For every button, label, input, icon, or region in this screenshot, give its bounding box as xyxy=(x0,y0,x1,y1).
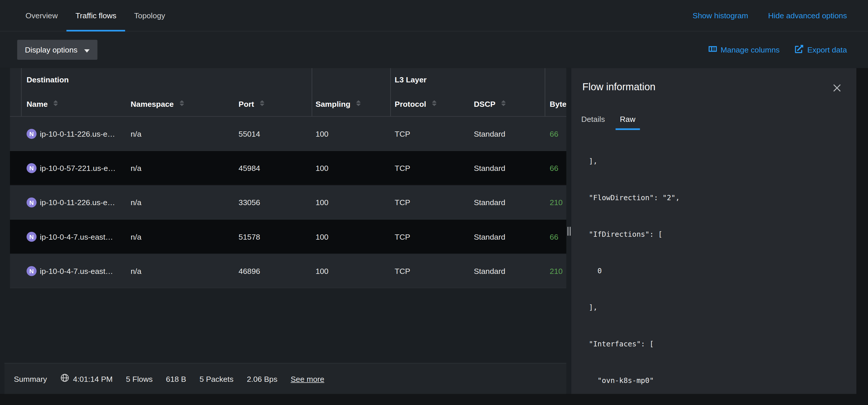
dscp-cell: Standard xyxy=(474,151,505,185)
column-header-sampling[interactable]: Sampling xyxy=(315,100,362,108)
tab-topology[interactable]: Topology xyxy=(125,0,174,31)
namespace-cell: n/a xyxy=(131,254,142,288)
column-header-port[interactable]: Port xyxy=(239,100,265,108)
sampling-cell: 100 xyxy=(315,254,329,288)
sort-icon xyxy=(259,100,265,108)
protocol-cell: TCP xyxy=(395,116,410,150)
raw-json-line: "Interfaces": [ xyxy=(580,338,853,350)
raw-json-line: "IfDirections": [ xyxy=(580,229,853,241)
column-header-protocol[interactable]: Protocol xyxy=(395,100,437,108)
bytes-cell: 66 xyxy=(550,220,559,253)
port-cell: 45984 xyxy=(239,151,260,185)
column-label: Sampling xyxy=(315,100,350,108)
filters-toolbar: Display options Manage columns Export da… xyxy=(0,32,868,68)
destination-name-cell: N ip-10-0-11-226.us-e… xyxy=(27,116,115,150)
sampling-cell: 100 xyxy=(315,220,329,253)
destination-name-cell: N ip-10-0-4-7.us-east… xyxy=(27,254,113,288)
page-tab-bar: Overview Traffic flows Topology Show his… xyxy=(0,0,868,32)
port-cell: 46896 xyxy=(239,254,260,288)
raw-json-view[interactable]: ], "FlowDirection": "2", "IfDirections":… xyxy=(580,131,853,394)
header-divider xyxy=(21,68,22,117)
tab-details[interactable]: Details xyxy=(577,111,609,130)
tab-overview[interactable]: Overview xyxy=(17,0,66,31)
bytes-cell: 66 xyxy=(550,116,559,150)
node-badge: N xyxy=(27,266,37,276)
table-row[interactable]: N ip-10-0-4-7.us-east… n/a 51578 100 TCP… xyxy=(10,220,566,254)
column-label: Name xyxy=(27,100,48,108)
export-data-button[interactable]: Export data xyxy=(795,45,847,55)
flow-information-panel: Flow information Details Raw ], "FlowDir… xyxy=(571,68,857,394)
destination-name: ip-10-0-57-221.us-e… xyxy=(40,163,116,172)
summary-time: 4:01:14 PM xyxy=(60,373,113,384)
column-label: Bytes xyxy=(550,100,566,108)
header-divider xyxy=(545,68,545,117)
node-badge: N xyxy=(27,197,37,207)
summary-rate: 2.06 Bps xyxy=(247,374,277,383)
summary-flows: 5 Flows xyxy=(126,374,153,383)
see-more-link[interactable]: See more xyxy=(290,374,324,383)
namespace-cell: n/a xyxy=(131,151,142,185)
namespace-cell: n/a xyxy=(131,220,142,253)
column-header-namespace[interactable]: Namespace xyxy=(131,100,185,108)
top-links: Show histogram Hide advanced options xyxy=(693,0,847,31)
chevron-down-icon xyxy=(84,45,90,54)
export-data-label: Export data xyxy=(807,45,847,54)
summary-packets: 5 Packets xyxy=(199,374,234,383)
protocol-cell: TCP xyxy=(395,151,410,185)
grip-icon xyxy=(567,227,570,236)
destination-name: ip-10-0-11-226.us-e… xyxy=(40,129,115,138)
destination-name-cell: N ip-10-0-11-226.us-e… xyxy=(27,185,115,219)
sort-icon xyxy=(431,100,437,108)
summary-bar: Summary 4:01:14 PM 5 Flows 618 B 5 Packe… xyxy=(4,363,566,394)
header-divider xyxy=(312,68,312,117)
raw-json-line: ], xyxy=(580,156,853,168)
show-histogram-link[interactable]: Show histogram xyxy=(693,11,748,20)
close-button[interactable] xyxy=(831,82,843,95)
column-header-bytes[interactable]: Bytes xyxy=(550,100,566,108)
summary-label: Summary xyxy=(14,374,47,383)
table-row[interactable]: N ip-10-0-11-226.us-e… n/a 33056 100 TCP… xyxy=(10,185,566,220)
bytes-cell: 66 xyxy=(550,151,559,185)
table-row[interactable]: N ip-10-0-57-221.us-e… n/a 45984 100 TCP… xyxy=(10,151,566,185)
column-label: Protocol xyxy=(395,100,426,108)
tab-raw[interactable]: Raw xyxy=(615,111,640,130)
drawer-resize-handle[interactable] xyxy=(566,68,571,394)
tab-traffic-flows[interactable]: Traffic flows xyxy=(67,0,125,31)
table-header: Destination L3 Layer Name Namespace Port… xyxy=(10,68,566,117)
sort-icon xyxy=(179,100,185,108)
hide-advanced-options-link[interactable]: Hide advanced options xyxy=(768,11,847,20)
destination-name-cell: N ip-10-0-57-221.us-e… xyxy=(27,151,116,185)
column-label: Port xyxy=(239,100,254,108)
table-row[interactable]: N ip-10-0-4-7.us-east… n/a 46896 100 TCP… xyxy=(10,254,566,288)
traffic-flows-page: Overview Traffic flows Topology Show his… xyxy=(0,0,868,405)
display-options-dropdown[interactable]: Display options xyxy=(17,40,97,60)
sort-icon xyxy=(355,100,362,108)
sort-icon xyxy=(500,100,506,108)
column-header-name[interactable]: Name xyxy=(27,100,59,108)
columns-icon xyxy=(708,45,717,55)
column-header-dscp[interactable]: DSCP xyxy=(474,100,506,108)
destination-name: ip-10-0-11-226.us-e… xyxy=(40,198,115,207)
namespace-cell: n/a xyxy=(131,185,142,219)
column-label: DSCP xyxy=(474,100,495,108)
protocol-cell: TCP xyxy=(395,254,410,288)
header-divider xyxy=(390,68,391,117)
table-row[interactable]: N ip-10-0-11-226.us-e… n/a 55014 100 TCP… xyxy=(10,116,566,151)
sort-icon xyxy=(53,100,59,108)
raw-json-line: ], xyxy=(580,301,853,314)
destination-name: ip-10-0-4-7.us-east… xyxy=(40,232,113,241)
dscp-cell: Standard xyxy=(474,116,505,150)
bytes-cell: 210 xyxy=(550,185,563,219)
node-badge: N xyxy=(27,232,37,241)
namespace-cell: n/a xyxy=(131,116,142,150)
manage-columns-button[interactable]: Manage columns xyxy=(708,45,779,55)
port-cell: 55014 xyxy=(239,116,260,150)
column-label: Namespace xyxy=(131,100,174,108)
node-badge: N xyxy=(27,163,37,173)
node-badge: N xyxy=(27,129,37,138)
dscp-cell: Standard xyxy=(474,254,505,288)
export-icon xyxy=(795,45,804,55)
raw-json-line: "ovn-k8s-mp0" xyxy=(580,375,853,387)
sampling-cell: 100 xyxy=(315,185,329,219)
destination-name-cell: N ip-10-0-4-7.us-east… xyxy=(27,220,113,253)
